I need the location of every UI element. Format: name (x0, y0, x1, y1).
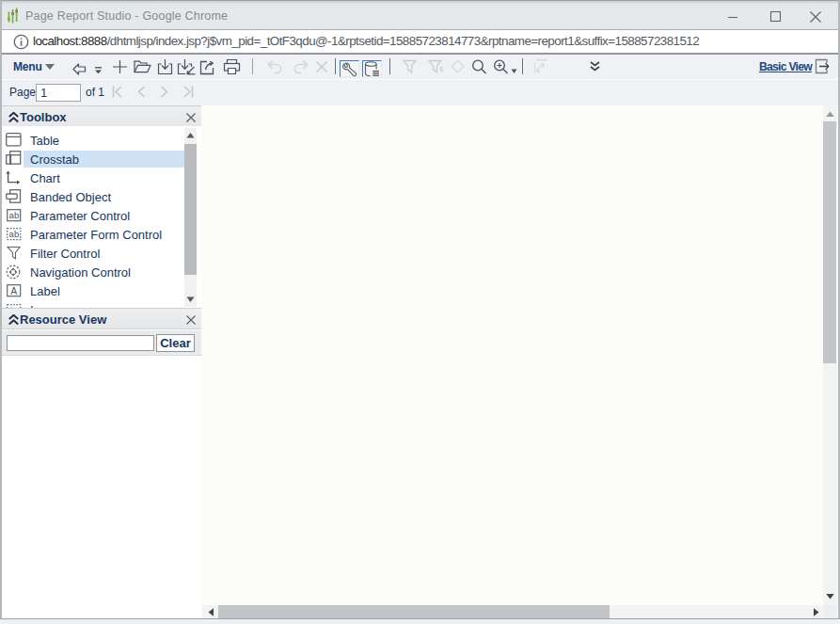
svg-text:ab: ab (9, 210, 20, 220)
svg-text:A: A (10, 285, 17, 296)
svg-text:$: $ (439, 65, 444, 73)
svg-text:ab: ab (9, 229, 20, 239)
